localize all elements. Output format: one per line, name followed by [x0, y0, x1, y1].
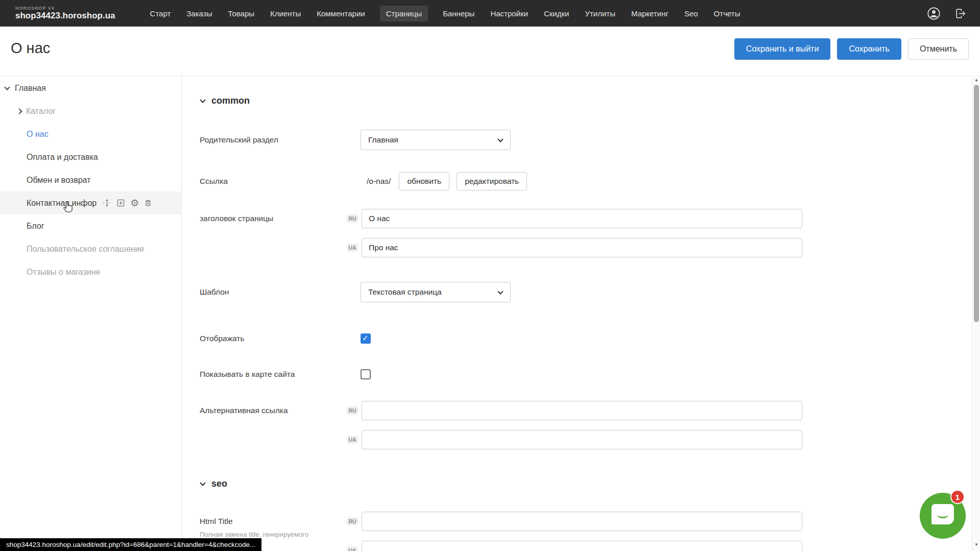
link-path: /o-nas/ — [367, 172, 391, 190]
save-and-exit-button[interactable]: Сохранить и выйти — [734, 38, 831, 60]
scroll-up-arrow[interactable]: ▲ — [972, 77, 980, 83]
menu-item-banners[interactable]: Баннеры — [442, 6, 475, 21]
move-icon[interactable] — [103, 199, 111, 207]
menu-item-settings[interactable]: Настройки — [489, 6, 529, 21]
section-common-label: common — [211, 95, 250, 106]
tree-item-oplata[interactable]: Оплата и доставка — [0, 146, 181, 169]
vertical-scrollbar[interactable]: ▲ ▼ — [972, 76, 980, 551]
field-html-title: Html Title Полная замена title, генериру… — [200, 512, 967, 551]
field-template: Шаблон Текстовая страница — [200, 282, 967, 302]
settings-gear-icon[interactable]: ⚙ — [130, 198, 139, 208]
scrollbar-thumb[interactable] — [974, 85, 979, 322]
section-common[interactable]: common — [200, 95, 967, 106]
html-title-ru-input[interactable] — [362, 512, 802, 531]
field-label: Отображать — [200, 334, 347, 343]
tree-item-polzovatelskoe[interactable]: Пользовательское соглашение — [0, 237, 181, 260]
field-label: Html Title — [200, 517, 347, 526]
brand-logo[interactable]: HOROSHOP V4 shop34423.horoshop.ua — [15, 6, 115, 20]
selected-value: Текстовая страница — [368, 288, 442, 297]
edit-link-button[interactable]: редактировать — [457, 172, 527, 190]
field-parent-section: Родительский раздел Главная — [200, 130, 967, 150]
template-select[interactable]: Текстовая страница — [361, 282, 511, 302]
menu-item-comments[interactable]: Комментарии — [316, 6, 366, 21]
chat-bubble-icon — [931, 504, 954, 524]
field-sitemap: Показывать в карте сайта — [200, 369, 967, 379]
tree-item-katalog[interactable]: Каталог — [0, 100, 181, 123]
lang-tag-ru: RU — [347, 406, 358, 415]
lang-tag-ru: RU — [347, 517, 358, 525]
chevron-down-icon[interactable] — [4, 84, 10, 90]
chat-smile-icon — [937, 511, 948, 518]
display-checkbox[interactable] — [361, 333, 371, 344]
selected-value: Главная — [368, 135, 398, 145]
sitemap-checkbox[interactable] — [361, 369, 371, 379]
tree-item-blog[interactable]: Блог — [0, 214, 181, 237]
field-display: Отображать — [200, 333, 967, 344]
section-seo[interactable]: seo — [200, 478, 967, 489]
logout-icon[interactable] — [954, 7, 967, 20]
menu-item-products[interactable]: Товары — [227, 6, 255, 21]
tree-item-glavnaya[interactable]: Главная — [0, 77, 181, 100]
add-page-icon[interactable] — [116, 199, 125, 207]
menu-item-reports[interactable]: Отчеты — [713, 6, 742, 21]
field-hint: Полная замена title, генерируемого — [200, 531, 338, 539]
page-title: О нас — [11, 40, 50, 57]
field-label: Альтернативная ссылка — [200, 401, 347, 449]
menu-item-pages[interactable]: Страницы — [380, 6, 428, 21]
chevron-down-icon — [497, 136, 503, 142]
chat-widget-button[interactable]: 1 — [920, 493, 966, 539]
field-label: Родительский раздел — [200, 135, 347, 145]
chevron-down-icon — [200, 97, 205, 103]
chevron-right-icon[interactable] — [16, 108, 22, 114]
update-link-button[interactable]: обновить — [399, 172, 449, 190]
menu-item-clients[interactable]: Клиенты — [269, 6, 302, 21]
menu-item-marketing[interactable]: Маркетинг — [630, 6, 670, 21]
account-icon[interactable] — [927, 7, 941, 20]
delete-trash-icon[interactable] — [144, 199, 152, 207]
menu-item-orders[interactable]: Заказы — [185, 6, 213, 21]
menu-item-utilities[interactable]: Утилиты — [584, 6, 616, 21]
status-url-text: shop34423.horoshop.ua/edit/edit.php?id=6… — [6, 541, 255, 548]
tree-item-label: Каталог — [26, 107, 56, 116]
tree-item-label: Оплата и доставка — [27, 153, 98, 162]
tree-item-label: Блог — [27, 222, 44, 231]
tree-item-label: Пользовательское соглашение — [27, 245, 144, 254]
lang-tag-ua: UA — [347, 436, 358, 444]
page-header: О нас Сохранить и выйти Сохранить Отмени… — [0, 27, 980, 76]
tree-item-actions: ⚙ — [103, 198, 152, 208]
field-page-heading: заголовок страницы RU UA — [200, 209, 967, 257]
tree-item-label: О нас — [27, 130, 49, 139]
tree-item-label: Отзывы о магазине — [27, 268, 101, 277]
tree-item-obmen[interactable]: Обмен и возврат — [0, 169, 181, 191]
chevron-down-icon — [497, 289, 503, 294]
tree-item-label: Главная — [15, 84, 46, 93]
alt-link-ru-input[interactable] — [362, 401, 802, 420]
chat-unread-badge: 1 — [950, 490, 965, 504]
page-edit-form: common Родительский раздел Главная Ссылк… — [182, 76, 967, 551]
page-heading-ru-input[interactable] — [362, 209, 802, 228]
alt-link-ua-input[interactable] — [362, 430, 802, 449]
scroll-down-arrow[interactable]: ▼ — [972, 542, 980, 548]
page-heading-ua-input[interactable] — [362, 238, 802, 257]
chevron-down-icon — [200, 480, 205, 486]
field-link: Ссылка /o-nas/ обновить редактировать — [200, 172, 967, 190]
topbar-icons — [927, 7, 967, 20]
menu-item-seo[interactable]: Seo — [683, 6, 699, 21]
brand-domain: shop34423.horoshop.ua — [15, 11, 115, 20]
tree-item-kontaktnaya[interactable]: Контактная инфор ⚙ — [0, 191, 181, 214]
menu-item-start[interactable]: Старт — [149, 6, 172, 21]
save-button[interactable]: Сохранить — [837, 38, 901, 60]
html-title-ua-input[interactable] — [362, 541, 802, 551]
tree-item-o-nas[interactable]: О нас — [0, 123, 181, 146]
lang-tag-ua: UA — [347, 244, 358, 252]
main-menu: Старт Заказы Товары Клиенты Комментарии … — [149, 6, 742, 21]
menu-item-discounts[interactable]: Скидки — [543, 6, 570, 21]
parent-section-select[interactable]: Главная — [361, 130, 511, 150]
tree-item-otzyvy[interactable]: Отзывы о магазине — [0, 260, 181, 283]
page-tree-sidebar: Главная Каталог О нас Оплата и доставка … — [0, 77, 181, 283]
lang-tag-ru: RU — [347, 214, 358, 223]
screen: HOROSHOP V4 shop34423.horoshop.ua Старт … — [0, 0, 980, 551]
status-url-bar: shop34423.horoshop.ua/edit/edit.php?id=6… — [0, 538, 261, 551]
cancel-button[interactable]: Отменить — [908, 38, 969, 60]
topbar: HOROSHOP V4 shop34423.horoshop.ua Старт … — [0, 0, 980, 27]
